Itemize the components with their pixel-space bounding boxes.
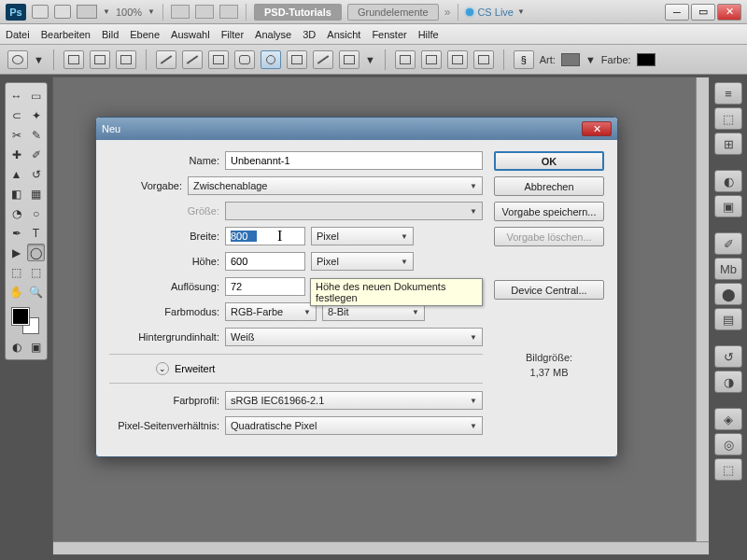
resolution-input[interactable] [225, 277, 305, 296]
polygon-shape-icon[interactable] [287, 50, 307, 69]
path-select-tool-icon[interactable]: ▶ [7, 244, 25, 261]
panel-brush-icon[interactable]: ✐ [714, 232, 742, 255]
panel-swatches-icon[interactable]: ⬚ [714, 107, 742, 130]
type-tool-icon[interactable]: T [27, 224, 45, 242]
menu-fenster[interactable]: Fenster [372, 29, 406, 40]
maximize-button[interactable]: ▭ [691, 4, 715, 21]
expand-toggle-icon[interactable]: ⌄ [156, 362, 169, 375]
close-button[interactable]: ✕ [717, 4, 741, 21]
save-preset-button[interactable]: Vorgabe speichern... [494, 202, 604, 221]
zoom-level[interactable]: 100% [116, 7, 142, 18]
shape-layer-mode-icon[interactable] [63, 50, 84, 69]
hand-tool-slot[interactable] [171, 5, 190, 19]
cs-live-button[interactable]: CS Live▼ [466, 7, 524, 18]
stamp-tool-icon[interactable]: ▲ [7, 165, 25, 183]
combine-intersect-icon[interactable] [447, 50, 468, 69]
quickmask-icon[interactable]: ◐ [7, 338, 25, 356]
background-select[interactable]: Weiß▼ [225, 328, 483, 346]
rectangle-shape-icon[interactable] [208, 50, 229, 69]
arrange-documents-icon[interactable] [77, 5, 97, 19]
combine-exclude-icon[interactable] [473, 50, 494, 69]
pen-tool-icon[interactable]: ✒ [7, 224, 25, 242]
color-profile-select[interactable]: sRGB IEC61966-2.1▼ [225, 391, 483, 410]
zoom-tool-slot[interactable] [195, 5, 214, 19]
menu-bearbeiten[interactable]: Bearbeiten [41, 29, 91, 40]
style-swatch[interactable] [561, 53, 580, 66]
dialog-titlebar[interactable]: Neu ✕ [96, 118, 617, 140]
marquee-tool-icon[interactable]: ▭ [27, 87, 45, 105]
device-central-button[interactable]: Device Central... [494, 280, 604, 300]
menu-bild[interactable]: Bild [102, 29, 119, 40]
width-unit-select[interactable]: Pixel▼ [311, 227, 414, 245]
line-shape-icon[interactable] [313, 50, 333, 69]
tool-preset-icon[interactable] [7, 50, 28, 69]
rotate-tool-slot[interactable] [219, 5, 238, 19]
scrollbar-vertical[interactable] [696, 77, 709, 554]
pixel-aspect-select[interactable]: Quadratische Pixel▼ [225, 416, 483, 435]
screenmode-icon[interactable]: ▣ [27, 338, 45, 356]
eraser-tool-icon[interactable]: ◧ [7, 185, 25, 203]
panel-history-icon[interactable]: ↺ [714, 345, 742, 368]
3d-tool-icon[interactable]: ⬚ [7, 263, 25, 281]
panel-layers-icon[interactable]: ◈ [714, 408, 742, 430]
zoom-tool-icon[interactable]: 🔍 [27, 283, 45, 301]
fg-bg-color[interactable] [7, 306, 45, 336]
ok-button[interactable]: OK [494, 151, 604, 171]
menu-3d[interactable]: 3D [303, 29, 316, 40]
brush-tool-icon[interactable]: ✐ [27, 146, 45, 163]
magic-wand-tool-icon[interactable]: ✦ [27, 106, 45, 124]
move-tool-icon[interactable]: ↔ [7, 87, 25, 105]
panel-styles-icon[interactable]: ⊞ [714, 133, 742, 155]
freeform-pen-icon[interactable] [182, 50, 203, 69]
menu-datei[interactable]: Datei [6, 29, 30, 40]
path-mode-icon[interactable] [90, 50, 110, 69]
panel-minibr-icon[interactable]: Mb [714, 258, 742, 280]
menu-hilfe[interactable]: Hilfe [418, 29, 439, 40]
color-swatch[interactable] [637, 53, 655, 66]
width-input[interactable]: I [225, 227, 305, 245]
workspace-tab[interactable]: Grundelemente [347, 4, 439, 21]
fill-mode-icon[interactable] [116, 50, 136, 69]
eyedropper-tool-icon[interactable]: ✎ [27, 126, 45, 144]
menu-auswahl[interactable]: Auswahl [171, 29, 210, 40]
custom-shape-icon[interactable] [339, 50, 359, 69]
panel-paragraph-icon[interactable]: ▤ [714, 308, 742, 330]
workspace-tab-active[interactable]: PSD-Tutorials [254, 4, 342, 21]
dodge-tool-icon[interactable]: ○ [27, 204, 45, 222]
combine-subtract-icon[interactable] [421, 50, 442, 69]
menu-filter[interactable]: Filter [221, 29, 244, 40]
menu-ebene[interactable]: Ebene [130, 29, 160, 40]
dialog-close-button[interactable]: ✕ [582, 121, 612, 136]
crop-tool-icon[interactable]: ✂ [7, 126, 25, 144]
panel-actions-icon[interactable]: ◑ [714, 371, 742, 393]
preset-select[interactable]: Zwischenablage▼ [188, 176, 483, 195]
history-brush-tool-icon[interactable]: ↺ [27, 165, 45, 183]
minimize-button[interactable]: ─ [665, 4, 689, 21]
menu-ansicht[interactable]: Ansicht [327, 29, 360, 40]
height-input[interactable] [225, 252, 305, 271]
3d-camera-tool-icon[interactable]: ⬚ [27, 263, 45, 281]
minibridge-icon[interactable] [54, 5, 71, 19]
panel-char-icon[interactable]: ⬤ [714, 283, 742, 305]
shape-tool-icon[interactable]: ◯ [27, 244, 45, 261]
panel-adjustments-icon[interactable]: ◐ [714, 170, 742, 192]
pen-icon[interactable] [156, 50, 176, 69]
gradient-tool-icon[interactable]: ▦ [27, 185, 45, 203]
lasso-tool-icon[interactable]: ⊂ [7, 106, 25, 124]
ellipse-shape-icon[interactable] [261, 50, 281, 69]
link-icon[interactable]: § [514, 50, 534, 69]
bridge-icon[interactable] [32, 5, 49, 19]
hand-tool-icon[interactable]: ✋ [7, 283, 25, 301]
panel-paths-icon[interactable]: ⬚ [714, 458, 742, 481]
blur-tool-icon[interactable]: ◔ [7, 204, 25, 222]
rounded-rect-shape-icon[interactable] [234, 50, 255, 69]
panel-masks-icon[interactable]: ▣ [714, 195, 742, 217]
combine-add-icon[interactable] [395, 50, 416, 69]
panel-channels-icon[interactable]: ◎ [714, 433, 742, 455]
healing-tool-icon[interactable]: ✚ [7, 146, 25, 163]
scrollbar-horizontal[interactable] [53, 541, 709, 554]
panel-color-icon[interactable]: ≡ [714, 82, 742, 105]
cancel-button[interactable]: Abbrechen [494, 176, 604, 196]
color-mode-select[interactable]: RGB-Farbe▼ [225, 302, 317, 321]
name-input[interactable] [225, 151, 483, 170]
